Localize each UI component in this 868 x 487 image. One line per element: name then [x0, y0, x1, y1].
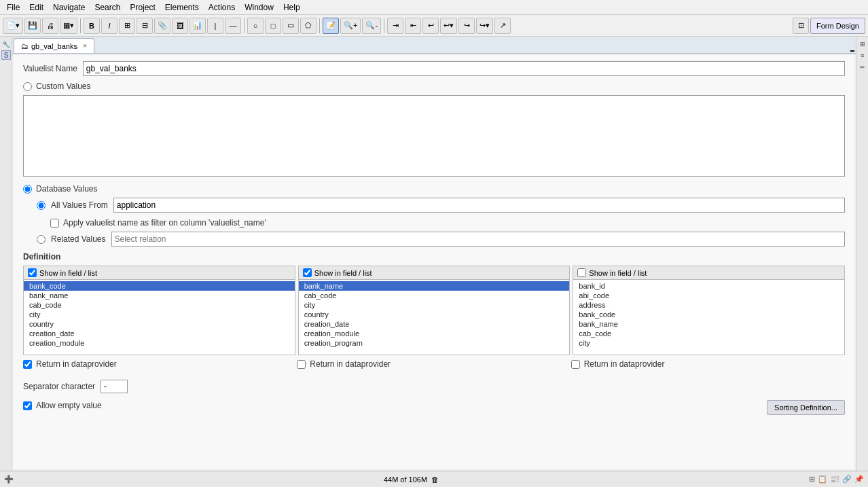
- col1-show-checkbox[interactable]: [28, 268, 37, 277]
- def-col-2: Show in field / list bank_name cab_code …: [298, 266, 571, 355]
- menu-project[interactable]: Project: [126, 1, 159, 14]
- toolbar-table-btn[interactable]: ⊞: [119, 18, 135, 34]
- def-col-3: Show in field / list bank_id abi_code ad…: [573, 266, 845, 355]
- toolbar-align-btn[interactable]: ⇤: [405, 18, 421, 34]
- col2-item-bank-name[interactable]: bank_name: [299, 281, 570, 291]
- toolbar-line-btn[interactable]: |: [207, 18, 223, 34]
- col1-item-creation-module[interactable]: creation_module: [24, 338, 295, 348]
- col3-item-cab-code[interactable]: cab_code: [573, 329, 844, 338]
- col3-item-address[interactable]: address: [573, 300, 844, 310]
- col3-show-checkbox[interactable]: [577, 268, 586, 277]
- toolbar-shape-btn[interactable]: ⬠: [300, 18, 317, 34]
- menu-search[interactable]: Search: [90, 1, 124, 14]
- col1-item-cab-code[interactable]: cab_code: [24, 300, 295, 310]
- custom-values-textarea[interactable]: [23, 95, 845, 177]
- toolbar-bold-btn[interactable]: B: [84, 18, 100, 34]
- toolbar-preview-btn[interactable]: ⊡: [793, 18, 809, 34]
- tab-minimize-btn[interactable]: 🗕: [849, 46, 856, 53]
- toolbar-tab-btn[interactable]: ⇥: [387, 18, 403, 34]
- toolbar-clip-btn[interactable]: 📎: [154, 18, 170, 34]
- toolbar-zoom-out-btn[interactable]: 🔍-: [362, 18, 381, 34]
- all-values-from-radio[interactable]: [37, 201, 46, 210]
- return-col1-checkbox[interactable]: [23, 360, 32, 369]
- col2-item-country[interactable]: country: [299, 310, 570, 319]
- toolbar-undo-btn[interactable]: ↩: [422, 18, 439, 34]
- all-values-from-input[interactable]: [113, 198, 845, 213]
- database-values-radio[interactable]: [23, 185, 32, 194]
- col1-item-creation-date[interactable]: creation_date: [24, 329, 295, 338]
- toolbar-redo2-btn[interactable]: ↪▾: [476, 18, 493, 34]
- database-values-radio-row: Database Values: [23, 184, 845, 194]
- return-col2-checkbox[interactable]: [297, 360, 306, 369]
- col2-item-city[interactable]: city: [299, 300, 570, 310]
- tab-gb-val-banks[interactable]: 🗂 gb_val_banks ×: [14, 38, 94, 53]
- toolbar-rect-btn[interactable]: □: [265, 18, 281, 34]
- main-content: Valuelist Name Custom Values Database Va…: [14, 54, 854, 469]
- col2-list[interactable]: bank_name cab_code city country creation…: [299, 280, 570, 355]
- col1-item-country[interactable]: country: [24, 319, 295, 329]
- col2-show-checkbox[interactable]: [303, 268, 312, 277]
- col1-item-bank-name[interactable]: bank_name: [24, 291, 295, 300]
- right-icon-1[interactable]: ⊞: [858, 39, 867, 49]
- left-icon-2[interactable]: S: [1, 50, 11, 60]
- menu-actions[interactable]: Actions: [204, 1, 239, 14]
- custom-values-radio[interactable]: [23, 82, 32, 91]
- return-col3-checkbox[interactable]: [571, 360, 580, 369]
- toolbar-print-btn[interactable]: 🖨: [42, 18, 58, 34]
- toolbar-italic-btn[interactable]: I: [101, 18, 117, 34]
- col3-item-bank-code[interactable]: bank_code: [573, 310, 844, 319]
- toolbar-grid-btn[interactable]: ⊟: [137, 18, 153, 34]
- menu-file[interactable]: File: [3, 1, 24, 14]
- toolbar-rect2-btn[interactable]: ▭: [283, 18, 299, 34]
- toolbar-new-btn[interactable]: 📄▾: [3, 18, 23, 34]
- allow-empty-checkbox[interactable]: [23, 401, 32, 410]
- toolbar-redo-btn[interactable]: ↪: [458, 18, 475, 34]
- right-icon-3[interactable]: ✏: [858, 62, 867, 72]
- col2-item-creation-module[interactable]: creation_module: [299, 329, 570, 338]
- col2-item-cab-code[interactable]: cab_code: [299, 291, 570, 300]
- toolbar-img-btn[interactable]: 🖼: [172, 18, 188, 34]
- menu-navigate[interactable]: Navigate: [49, 1, 89, 14]
- apply-filter-checkbox[interactable]: [50, 219, 59, 228]
- toolbar-undo2-btn[interactable]: ↩▾: [440, 18, 457, 34]
- toolbar-layout-btn[interactable]: ▦▾: [60, 18, 77, 34]
- menu-help[interactable]: Help: [279, 1, 304, 14]
- valuelist-name-input[interactable]: [83, 61, 845, 76]
- col1-show-label: Show in field / list: [39, 269, 97, 277]
- form-design-button[interactable]: Form Design: [810, 18, 865, 34]
- col3-list[interactable]: bank_id abi_code address bank_code bank_…: [573, 280, 844, 355]
- toolbar-form-btn[interactable]: 📝: [323, 18, 339, 34]
- tab-close-btn[interactable]: ×: [83, 42, 87, 50]
- toolbar-dash-btn[interactable]: —: [225, 18, 241, 34]
- toolbar-save-btn[interactable]: 💾: [24, 18, 41, 34]
- menu-window[interactable]: Window: [240, 1, 278, 14]
- col3-item-bank-id[interactable]: bank_id: [573, 281, 844, 291]
- sorting-definition-button[interactable]: Sorting Definition...: [767, 400, 845, 415]
- col3-item-city[interactable]: city: [573, 338, 844, 348]
- col3-item-bank-name[interactable]: bank_name: [573, 319, 844, 329]
- left-icon-1[interactable]: 🔧: [1, 39, 11, 49]
- tab-icon: 🗂: [21, 42, 29, 50]
- col1-item-city[interactable]: city: [24, 310, 295, 319]
- col2-item-creation-date[interactable]: creation_date: [299, 319, 570, 329]
- toolbar-circle-btn[interactable]: ○: [247, 18, 264, 34]
- right-icon-2[interactable]: ≡: [858, 51, 867, 60]
- separator-row: Separator character: [23, 380, 845, 393]
- toolbar-export-btn[interactable]: ↗: [494, 18, 511, 34]
- col2-item-creation-program[interactable]: creation_program: [299, 338, 570, 348]
- col1-item-bank-code[interactable]: bank_code: [24, 281, 295, 291]
- left-panel-icons: 🔧 S: [0, 37, 12, 469]
- col3-item-abi-code[interactable]: abi_code: [573, 291, 844, 300]
- toolbar-zoom-in-btn[interactable]: 🔍+: [340, 18, 361, 34]
- toolbar-sep-2: [244, 18, 245, 33]
- separator-input[interactable]: [101, 380, 128, 393]
- definition-columns: Show in field / list bank_code bank_name…: [23, 266, 845, 355]
- related-values-label: Related Values: [51, 234, 106, 244]
- menu-elements[interactable]: Elements: [161, 1, 203, 14]
- col1-list[interactable]: bank_code bank_name cab_code city countr…: [24, 280, 295, 355]
- related-values-input[interactable]: [111, 232, 846, 247]
- menu-edit[interactable]: Edit: [25, 1, 48, 14]
- toolbar-chart-btn[interactable]: 📊: [189, 18, 206, 34]
- return-col-2: Return in dataprovider: [297, 358, 571, 374]
- related-values-radio[interactable]: [37, 235, 46, 244]
